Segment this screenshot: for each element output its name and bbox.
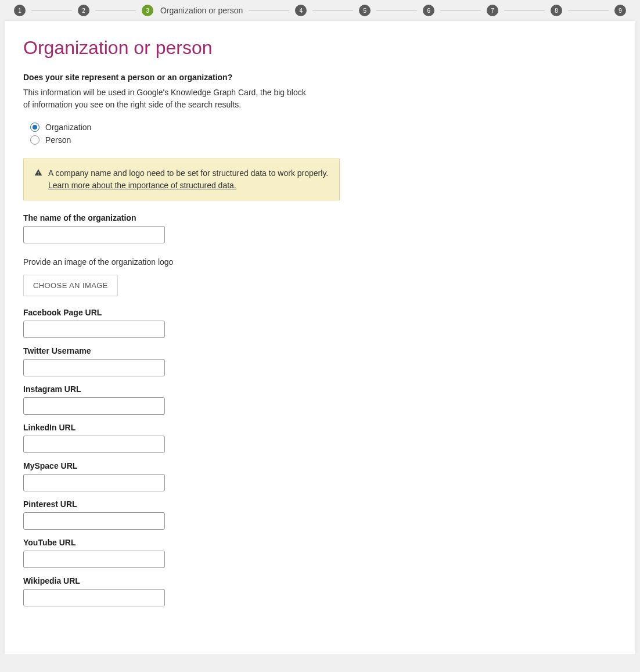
- twitter-label: Twitter Username: [23, 346, 617, 355]
- myspace-label: MySpace URL: [23, 461, 617, 470]
- step-connector: [376, 10, 417, 11]
- warning-icon: [34, 168, 42, 178]
- step-1-circle: 1: [14, 5, 26, 16]
- entity-type-radio-group: Organization Person: [30, 123, 617, 145]
- step-6-circle: 6: [423, 5, 434, 16]
- step-connector: [95, 10, 136, 11]
- step-1[interactable]: 1: [14, 5, 26, 16]
- facebook-label: Facebook Page URL: [23, 308, 617, 317]
- step-4-circle: 4: [295, 5, 307, 16]
- step-5-circle: 5: [359, 5, 371, 16]
- description-text: This information will be used in Google'…: [23, 87, 308, 111]
- instagram-label: Instagram URL: [23, 384, 617, 394]
- person-radio-label[interactable]: Person: [45, 135, 71, 145]
- page-title: Organization or person: [23, 37, 617, 59]
- logo-prompt: Provide an image of the organization log…: [23, 257, 617, 267]
- person-radio[interactable]: [30, 135, 39, 145]
- org-name-input[interactable]: [23, 226, 165, 243]
- alert-message: A company name and logo need to be set f…: [48, 168, 328, 178]
- linkedin-input[interactable]: [23, 436, 165, 453]
- alert-learn-more-link[interactable]: Learn more about the importance of struc…: [48, 181, 236, 190]
- twitter-input[interactable]: [23, 359, 165, 376]
- linkedin-label: LinkedIn URL: [23, 423, 617, 432]
- wikipedia-input[interactable]: [23, 589, 165, 606]
- warning-alert: A company name and logo need to be set f…: [23, 159, 340, 200]
- step-connector: [312, 10, 353, 11]
- step-8[interactable]: 8: [551, 5, 562, 16]
- wikipedia-label: Wikipedia URL: [23, 576, 617, 585]
- question-text: Does your site represent a person or an …: [23, 73, 617, 82]
- organization-radio[interactable]: [30, 123, 39, 132]
- step-2[interactable]: 2: [78, 5, 89, 16]
- myspace-input[interactable]: [23, 474, 165, 491]
- step-connector: [504, 10, 545, 11]
- step-7[interactable]: 7: [487, 5, 498, 16]
- step-5[interactable]: 5: [359, 5, 371, 16]
- step-connector: [249, 10, 289, 11]
- organization-radio-label[interactable]: Organization: [45, 123, 91, 132]
- pinterest-input[interactable]: [23, 512, 165, 530]
- step-8-circle: 8: [551, 5, 562, 16]
- facebook-input[interactable]: [23, 321, 165, 338]
- step-6[interactable]: 6: [423, 5, 434, 16]
- step-3-circle: 3: [142, 5, 153, 16]
- step-2-circle: 2: [78, 5, 89, 16]
- youtube-input[interactable]: [23, 551, 165, 568]
- step-9-circle: 9: [614, 5, 626, 16]
- step-7-circle: 7: [487, 5, 498, 16]
- step-9[interactable]: 9: [614, 5, 626, 16]
- choose-image-button[interactable]: CHOOSE AN IMAGE: [23, 275, 118, 296]
- step-3-label: Organization or person: [160, 6, 243, 15]
- step-3[interactable]: 3 Organization or person: [142, 5, 243, 16]
- wizard-stepper: 1 2 3 Organization or person 4 5 6 7 8 9: [0, 0, 640, 21]
- step-4[interactable]: 4: [295, 5, 307, 16]
- pinterest-label: Pinterest URL: [23, 499, 617, 509]
- step-connector: [31, 10, 72, 11]
- step-connector: [440, 10, 481, 11]
- instagram-input[interactable]: [23, 397, 165, 415]
- step-connector: [568, 10, 609, 11]
- youtube-label: YouTube URL: [23, 538, 617, 547]
- main-card: Organization or person Does your site re…: [5, 21, 635, 654]
- org-name-label: The name of the organization: [23, 213, 617, 222]
